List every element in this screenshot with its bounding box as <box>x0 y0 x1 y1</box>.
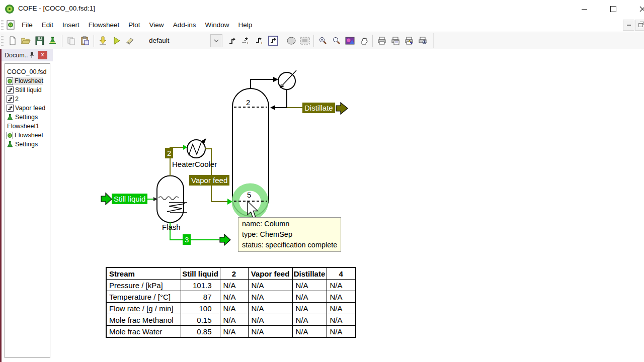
column-tooltip: name: Column type: ChemSep status: speci… <box>238 217 341 252</box>
stream-boxed-icon <box>268 36 278 46</box>
tree-item-flowsheet[interactable]: Flowsheet <box>5 76 50 85</box>
zoom-in-icon <box>318 36 328 45</box>
tree-item-flowsheet-2[interactable]: Flowsheet <box>5 131 50 140</box>
print-export-button[interactable] <box>416 34 429 47</box>
col-header: Stream <box>106 267 181 280</box>
mdi-restore-button[interactable] <box>635 20 644 31</box>
stream2-label[interactable]: 2 <box>165 148 173 158</box>
tree-item-settings[interactable]: Settings <box>5 113 50 122</box>
cell: N/A <box>327 326 356 338</box>
menu-insert[interactable]: Insert <box>58 19 84 31</box>
document-tree[interactable]: COCO_00.fsd Flowsheet Still liquid 2 Vap… <box>5 63 50 358</box>
preset-combobox[interactable]: default <box>146 34 222 47</box>
cell: N/A <box>220 303 248 314</box>
cell: N/A <box>327 303 356 314</box>
stream-property-table[interactable]: Stream Still liquid 2 Vapor feed Distill… <box>106 267 356 338</box>
menu-file[interactable]: File <box>17 19 37 31</box>
app-logo-icon <box>5 4 15 14</box>
row-label: Mole frac Methanol <box>106 314 181 326</box>
stream-doc-icon <box>7 96 14 103</box>
pin-button[interactable] <box>28 51 36 59</box>
copy-button[interactable] <box>64 34 78 47</box>
cell: 87 <box>181 291 220 303</box>
save-button[interactable] <box>33 34 46 47</box>
new-button[interactable] <box>6 34 19 47</box>
col-header: Still liquid <box>181 267 220 280</box>
insert-stream-boxed-button[interactable] <box>266 34 280 47</box>
cell: N/A <box>248 314 292 326</box>
row-label: Mole frac Water <box>106 326 181 338</box>
cell: 0.15 <box>181 314 220 326</box>
insert-unitop-button[interactable] <box>284 34 298 47</box>
chevron-down-icon <box>214 39 219 42</box>
toolbar-separator <box>282 35 282 47</box>
print-preview-button[interactable] <box>388 34 402 47</box>
menu-bar: File Edit Insert Flowsheet Plot View Add… <box>0 18 644 32</box>
zoom-in-button[interactable] <box>316 34 330 47</box>
cell: N/A <box>248 280 292 291</box>
erase-button[interactable] <box>123 34 137 47</box>
flowsheet-icon <box>7 77 13 85</box>
menu-window[interactable]: Window <box>200 19 233 31</box>
tree-item-flowsheet1[interactable]: Flowsheet1 <box>5 122 50 131</box>
minimize-icon <box>582 9 587 10</box>
flowsheet-settings-button[interactable] <box>46 34 60 47</box>
cell: N/A <box>292 280 327 291</box>
document-icon[interactable] <box>7 20 15 30</box>
run-button[interactable] <box>110 34 123 47</box>
image-icon <box>345 37 355 45</box>
heatercooler-name[interactable]: HeaterCooler <box>172 160 217 168</box>
menu-view[interactable]: View <box>145 19 169 31</box>
menu-edit[interactable]: Edit <box>37 19 58 31</box>
preset-dropdown-button[interactable] <box>210 34 222 47</box>
tree-item-still-liquid[interactable]: Still liquid <box>5 85 50 95</box>
zoom-out-button[interactable] <box>330 34 343 47</box>
tree-item-2[interactable]: 2 <box>5 95 50 104</box>
mdi-minimize-icon <box>627 25 631 26</box>
still-liquid-stream-label[interactable]: Still liquid <box>112 194 147 204</box>
panel-close-button[interactable]: x <box>38 51 47 59</box>
menubar-grip[interactable] <box>1 20 4 30</box>
cell: N/A <box>292 291 327 303</box>
maximize-button[interactable] <box>602 0 625 18</box>
cell: N/A <box>220 291 248 303</box>
documents-panel-header[interactable]: Docum... x <box>2 49 53 61</box>
open-button[interactable] <box>19 34 33 47</box>
table-row: Mole frac Methanol 0.15 N/A N/A N/A N/A <box>106 314 356 326</box>
print-button[interactable] <box>375 34 388 47</box>
window-title: COFE - [COCO_00.fsd:1] <box>18 5 95 12</box>
tree-item-settings-2[interactable]: Settings <box>5 140 50 149</box>
pan-button[interactable] <box>357 34 370 47</box>
copy-image-button[interactable] <box>343 34 357 47</box>
save-icon <box>35 36 44 45</box>
stream-doc-icon <box>7 105 14 112</box>
close-button[interactable] <box>631 0 644 18</box>
pin-icon <box>29 52 35 58</box>
insert-energy-stream-button[interactable]: E <box>239 34 253 47</box>
settings-flask-icon <box>48 36 58 45</box>
row-label: Temperature / [°C] <box>106 291 181 303</box>
row-label: Flow rate / [g / min] <box>106 303 181 314</box>
insert-button[interactable] <box>96 34 110 47</box>
paste-button[interactable] <box>78 34 92 47</box>
insert-stream-button[interactable] <box>225 34 239 47</box>
select-unitop-button[interactable] <box>298 34 311 47</box>
toolbar-separator <box>372 35 373 47</box>
toolbar-grip[interactable] <box>1 35 4 47</box>
menu-plot[interactable]: Plot <box>124 19 144 31</box>
tree-item-coco-file[interactable]: COCO_00.fsd <box>5 67 50 76</box>
preset-value[interactable]: default <box>146 35 210 46</box>
minimize-button[interactable] <box>573 0 596 18</box>
menu-flowsheet[interactable]: Flowsheet <box>84 19 124 31</box>
tree-item-vapor-feed[interactable]: Vapor feed <box>5 104 50 113</box>
insert-info-stream-button[interactable]: I <box>253 34 266 47</box>
distillate-stream-label[interactable]: Distillate <box>302 103 335 113</box>
flash-name[interactable]: Flash <box>162 223 181 231</box>
stream3-label[interactable]: 3 <box>183 234 191 245</box>
menu-addins[interactable]: Add-ins <box>169 19 201 31</box>
menu-help[interactable]: Help <box>233 19 257 31</box>
mdi-minimize-button[interactable] <box>623 20 634 31</box>
vapor-feed-stream-label[interactable]: Vapor feed <box>189 175 229 186</box>
page-setup-button[interactable] <box>402 34 416 47</box>
page-setup-icon <box>405 36 414 45</box>
